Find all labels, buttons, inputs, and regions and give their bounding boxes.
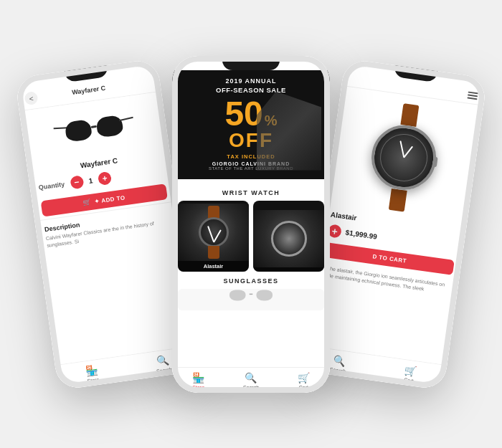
- bottom-nav-center: 🏪 Store 🔍 Search 🛒 Cart: [172, 367, 330, 393]
- hamburger-line-2: [468, 94, 478, 96]
- quantity-decrease[interactable]: −: [70, 175, 84, 189]
- watch-card-1[interactable]: Alastair: [178, 201, 249, 272]
- wristwatch-grid: Alastair: [178, 201, 324, 272]
- nav-search-label-right: Search: [329, 366, 346, 373]
- hour-hand-right: [403, 146, 413, 158]
- nav-cart-center[interactable]: 🛒 Cart: [278, 372, 330, 390]
- lens-right: [95, 114, 124, 138]
- bridge: [91, 125, 97, 128]
- search-icon-right: 🔍: [332, 353, 346, 366]
- screen-center: 2019 ANNUAL OFF-SEASON SALE 50 % OFF TAX…: [172, 70, 330, 367]
- right-watch-image-area: [324, 85, 483, 229]
- sale-banner: 2019 ANNUAL OFF-SEASON SALE 50 % OFF TAX…: [172, 70, 330, 179]
- back-button[interactable]: <: [24, 90, 38, 105]
- watch-large: [367, 120, 440, 194]
- sunglasses-small: [229, 287, 273, 312]
- strap-bottom-right: [389, 188, 407, 211]
- watch-label-2: [253, 267, 324, 272]
- watch-card-2[interactable]: [253, 201, 324, 272]
- back-icon: <: [29, 94, 34, 103]
- nav-store-center[interactable]: 🏪 Store: [172, 372, 224, 390]
- hamburger-line-3: [467, 97, 477, 99]
- sunglasses-preview: [178, 289, 324, 310]
- watch-image-1: [178, 204, 249, 260]
- scene: < Wayfarer C Wayfarer C Quantity −: [14, 16, 488, 432]
- nav-store-label-center: Store: [192, 385, 204, 390]
- nav-search-label-left: Search: [156, 366, 173, 373]
- hamburger-menu[interactable]: [467, 91, 478, 99]
- search-icon-left: 🔍: [156, 353, 170, 366]
- lens-left: [65, 119, 93, 143]
- hour-hand: [213, 229, 222, 242]
- watch-crown: [432, 156, 438, 167]
- search-icon-center: 🔍: [245, 372, 257, 383]
- nav-store-label-left: Store: [87, 376, 100, 383]
- add-to-cart-label: ✦ ADD TO: [94, 194, 126, 204]
- sunglasses-section-title: SUNGLASSES: [178, 277, 324, 285]
- quantity-value: 1: [88, 176, 93, 184]
- arm-right: [119, 116, 133, 120]
- watch-visual: [199, 217, 229, 247]
- watch-inner: [377, 130, 431, 184]
- nav-cart-label-center: Cart: [299, 385, 308, 390]
- minute-hand-right: [399, 140, 404, 157]
- hamburger-line-1: [468, 91, 478, 93]
- screen-right: Alastair + $1,999.99 D TO CART of the al…: [305, 70, 486, 365]
- sunglasses-section: [178, 289, 324, 310]
- cart-icon-center: 🛒: [298, 372, 310, 383]
- screen-left: < Wayfarer C Wayfarer C Quantity −: [16, 70, 197, 365]
- nav-cart-label-right: Cart: [404, 377, 414, 383]
- sale-title: OFF-SEASON SALE: [181, 86, 321, 94]
- nav-cart-right[interactable]: 🛒 Cart: [373, 360, 447, 388]
- notch-center: [222, 56, 280, 70]
- cart-icon: 🛒: [82, 198, 92, 206]
- phone-center: 2019 ANNUAL OFF-SEASON SALE 50 % OFF TAX…: [172, 56, 330, 393]
- nav-store-left[interactable]: 🏪 Store: [56, 360, 130, 388]
- sunglasses-image: [64, 108, 125, 148]
- minute-hand: [207, 226, 214, 242]
- quantity-label: Quantity: [38, 180, 65, 191]
- center-body: WRIST WATCH: [172, 179, 330, 316]
- watch-face: [199, 217, 229, 247]
- nav-search-label-center: Search: [243, 385, 259, 390]
- watch-image-2: [253, 210, 324, 267]
- cart-icon-right: 🛒: [403, 363, 417, 376]
- price-text: $1,999.99: [345, 228, 378, 240]
- sale-year: 2019 ANNUAL: [181, 77, 321, 85]
- wristwatch-section-title: WRIST WATCH: [178, 189, 324, 196]
- watch-label-1: Alastair: [178, 261, 249, 272]
- quantity-increase[interactable]: +: [98, 171, 112, 185]
- store-icon-left: 🏪: [85, 363, 99, 376]
- strap-top-right: [401, 103, 420, 126]
- watch-assembly: [364, 99, 443, 214]
- strap-bottom: [208, 246, 219, 259]
- store-icon-center: 🏪: [192, 372, 204, 383]
- nav-search-center[interactable]: 🔍 Search: [224, 372, 277, 390]
